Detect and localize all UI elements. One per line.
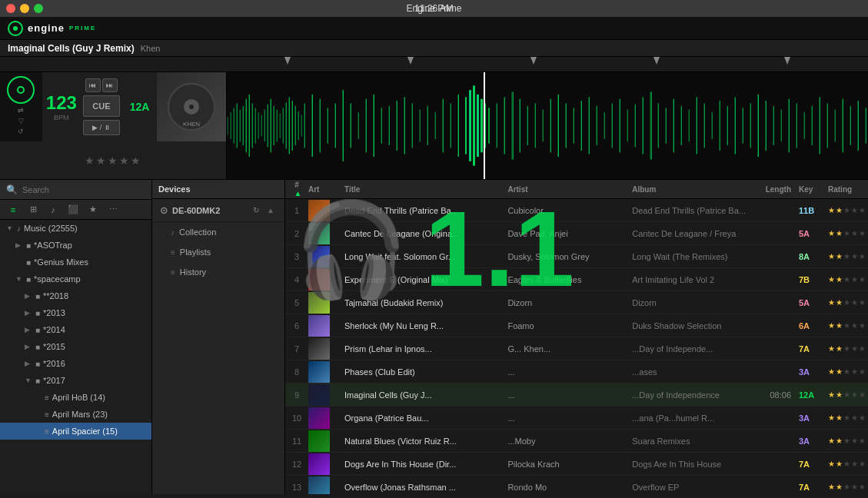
- star-1: ★: [836, 437, 843, 445]
- table-row[interactable]: 5 Tajmahal (Budakid Remix) Dizorn Dizorn…: [285, 291, 868, 314]
- svg-rect-13: [251, 104, 253, 148]
- cue-controls[interactable]: ⏮ ⏭ CUE ▶ / ⏸: [81, 72, 122, 141]
- window-controls[interactable]: [6, 4, 43, 13]
- sidebar-icon-grid[interactable]: ⊞: [25, 202, 42, 217]
- device-collection[interactable]: ♪ Collection: [152, 222, 284, 242]
- sidebar-icon-more[interactable]: ⋯: [105, 202, 121, 217]
- col-header-artist[interactable]: Artist: [504, 185, 628, 194]
- sidebar-item-2014[interactable]: ▶ ■ *2014: [0, 321, 151, 338]
- col-header-art[interactable]: Art: [308, 185, 341, 194]
- sidebar-item-genius-mixes[interactable]: ■ *Genius Mixes: [0, 254, 151, 271]
- sidebar-item-2016[interactable]: ▶ ■ *2016: [0, 355, 151, 372]
- sidebar-item-asotrap[interactable]: ▶ ■ *ASOTrap: [0, 237, 151, 254]
- table-row[interactable]: 4 Experiment E (Original Mix) Eagles & B…: [285, 268, 868, 291]
- col-header-length[interactable]: Length: [753, 185, 795, 194]
- sidebar-item-2018[interactable]: ▶ ■ **2018: [0, 287, 151, 304]
- svg-rect-84: [696, 97, 697, 154]
- track-artist: ...Moby: [504, 437, 628, 446]
- prev-button[interactable]: ⏮: [85, 78, 101, 92]
- device-sync-icon[interactable]: ▲: [264, 204, 277, 217]
- table-row[interactable]: 13 Overflow (Jonas Rathsman ... Rondo Mo…: [285, 476, 868, 494]
- device-playlists[interactable]: ≡ Playlists: [152, 242, 284, 262]
- table-row[interactable]: 12 Dogs Are In This House (Dir... Pilock…: [285, 453, 868, 476]
- track-rating: ★★★★★: [826, 413, 868, 422]
- track-key: 7A: [795, 483, 826, 492]
- svg-rect-77: [642, 97, 644, 154]
- svg-rect-17: [264, 110, 265, 142]
- search-icon: 🔍: [6, 184, 18, 195]
- col-header-rating[interactable]: Rating: [826, 185, 868, 194]
- sidebar-icon-star[interactable]: ★: [85, 202, 101, 217]
- svg-rect-97: [796, 104, 797, 148]
- play-pause-button[interactable]: ▶ / ⏸: [83, 120, 120, 135]
- col-header-album[interactable]: Album: [628, 185, 753, 194]
- col-header-key[interactable]: Key: [795, 185, 826, 194]
- sidebar-icon-itunes[interactable]: ♪: [45, 202, 62, 217]
- minimize-button[interactable]: [20, 4, 29, 13]
- star-0: ★: [828, 206, 835, 214]
- svg-rect-35: [342, 90, 344, 161]
- svg-rect-4: [227, 72, 868, 179]
- close-button[interactable]: [6, 4, 15, 13]
- filter-icon: ▽: [18, 117, 24, 124]
- svg-rect-78: [650, 91, 652, 159]
- table-row[interactable]: 2 Cantec De Leagane (Origina... Dave Pad…: [285, 222, 868, 245]
- sidebar-icon-list[interactable]: ≡: [5, 202, 22, 217]
- app-header: engine PRIME: [0, 17, 868, 40]
- svg-rect-71: [596, 106, 597, 145]
- track-number: 3: [285, 252, 308, 261]
- sync-icon: ⇄: [18, 106, 24, 114]
- table-row[interactable]: 6 Sherlock (My Nu Leng R... Foamo Duks S…: [285, 314, 868, 337]
- col-header-num[interactable]: # ▲: [285, 181, 308, 198]
- star-0: ★: [828, 275, 835, 284]
- waveform-container[interactable]: [227, 72, 868, 179]
- device-refresh-icon[interactable]: ↻: [250, 204, 262, 217]
- sidebar-item-spacecamp[interactable]: ▼ ■ *spacecamp: [0, 271, 151, 287]
- track-key: 7A: [795, 460, 826, 469]
- expand-icon: ▶: [25, 309, 34, 317]
- track-artist: ...: [504, 390, 628, 400]
- collection-label: Collection: [179, 227, 216, 237]
- sidebar-item-april-mars[interactable]: ≡ April Mars (23): [0, 406, 151, 423]
- svg-rect-8: [236, 104, 238, 148]
- table-row[interactable]: 9 Imaginal Cells (Guy J... ... ...Day of…: [285, 383, 868, 407]
- sidebar-item-2017[interactable]: ▼ ■ *2017: [0, 372, 151, 389]
- track-title: Imaginal Cells (Guy J...: [341, 390, 504, 400]
- svg-rect-67: [565, 104, 567, 148]
- sidebar-item-2013[interactable]: ▶ ■ *2013: [0, 304, 151, 321]
- table-row[interactable]: 8 Phases (Club Edit) ... ...ases 3A ★★★★…: [285, 360, 868, 383]
- device-history[interactable]: ≡ History: [152, 262, 284, 282]
- maximize-button[interactable]: [34, 4, 43, 13]
- sidebar-item-2015[interactable]: ▶ ■ *2015: [0, 338, 151, 355]
- star-3: ★: [851, 460, 858, 468]
- search-input[interactable]: [22, 185, 145, 194]
- track-title: Experiment E (Original Mix): [341, 275, 504, 284]
- star-3: ★: [851, 298, 858, 307]
- folder-icon: ■: [35, 343, 40, 351]
- svg-rect-14: [254, 108, 256, 143]
- track-title: Prism (Lehar in Ipnos...: [341, 344, 504, 354]
- sidebar-icon-folder[interactable]: ⬛: [65, 202, 81, 217]
- tracks-scroll[interactable]: 1 Dead End Thrills (Patrice Ba... Cubico…: [285, 199, 868, 494]
- table-row[interactable]: 11 Natural Blues (Victor Ruiz R... ...Mo…: [285, 430, 868, 453]
- sidebar-item-april-spacier[interactable]: ≡ April Spacier (15): [0, 423, 151, 440]
- svg-rect-58: [496, 104, 497, 148]
- deck-info: ⇄ ▽ ↺: [0, 72, 42, 141]
- star-0: ★: [828, 460, 835, 468]
- table-row[interactable]: 10 Organa (Patrice Bau... ... ...ana (Pa…: [285, 407, 868, 430]
- sidebar-item-april-hob[interactable]: ≡ April HoB (14): [0, 389, 151, 406]
- svg-rect-95: [780, 110, 782, 142]
- cue-button[interactable]: CUE: [83, 95, 120, 117]
- table-row[interactable]: 3 Long Wait feat. Solomon Gr... Dusky, S…: [285, 245, 868, 268]
- track-rating: ★★★★★: [826, 275, 868, 284]
- table-row[interactable]: 7 Prism (Lehar in Ipnos... G... Khen... …: [285, 337, 868, 360]
- sidebar-item-music[interactable]: ▼ ♪ Music (22555): [0, 220, 151, 237]
- next-button[interactable]: ⏭: [102, 78, 118, 92]
- star-1: ★: [836, 206, 843, 214]
- track-thumbnail: [308, 361, 330, 383]
- col-header-title[interactable]: Title: [341, 185, 504, 194]
- device-item-de60[interactable]: ⊙ DE-60DMK2 ↻ ▲: [152, 199, 284, 222]
- star-2: ★: [843, 460, 850, 468]
- cue-marker-3: [530, 57, 537, 65]
- table-row[interactable]: 1 Dead End Thrills (Patrice Ba... Cubico…: [285, 199, 868, 222]
